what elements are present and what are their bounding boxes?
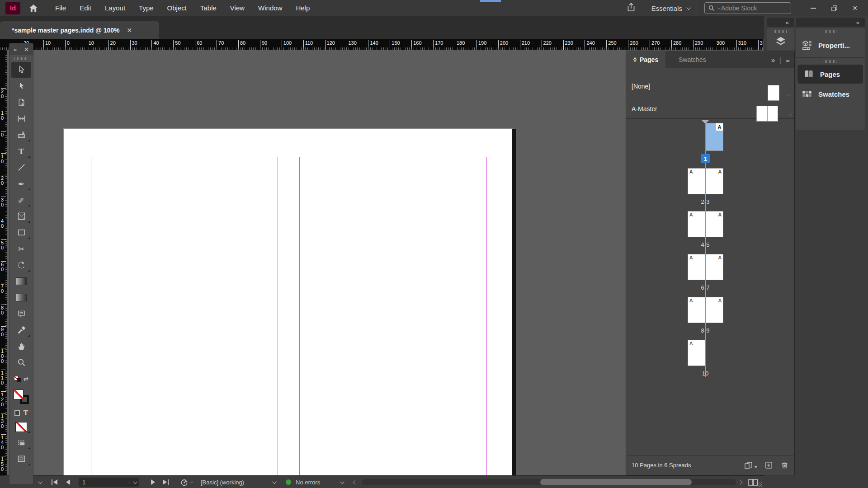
menu-table[interactable]: Table	[193, 0, 223, 16]
pencil-tool[interactable]: ✏	[11, 192, 31, 208]
collapse-dock-button[interactable]: «	[767, 18, 794, 27]
dock-item-pages[interactable]: Pages	[797, 65, 863, 84]
close-button[interactable]: ✕	[844, 0, 865, 16]
collapse-dock-button[interactable]: «	[796, 18, 865, 27]
document-tab[interactable]: *sample master pages.indd @ 100% ✕	[0, 21, 159, 39]
page-thumbnail[interactable]: A	[706, 169, 723, 194]
page-number-field[interactable]: 1	[79, 478, 139, 487]
search-input[interactable]	[721, 5, 780, 12]
screen-mode-button[interactable]	[11, 451, 31, 467]
status-collapse-icon[interactable]	[38, 476, 41, 488]
close-tab-icon[interactable]: ✕	[127, 27, 132, 34]
tab-pages[interactable]: ◊ Pages	[626, 51, 665, 68]
apply-color-dots-button[interactable]	[11, 435, 31, 450]
type-tool[interactable]: T	[11, 143, 31, 159]
dock-item-swatches[interactable]: Swatches	[796, 84, 865, 104]
share-icon[interactable]	[626, 2, 637, 14]
restore-button[interactable]	[824, 0, 844, 16]
pen-tool[interactable]: ✒	[11, 176, 31, 192]
frame-tool[interactable]	[11, 208, 31, 224]
home-icon[interactable]	[27, 2, 40, 14]
page-thumbnail[interactable]: A	[688, 340, 705, 366]
page-thumbnail[interactable]: A	[706, 254, 723, 280]
page-thumbnail[interactable]: A	[706, 297, 723, 323]
first-page-button[interactable]	[52, 476, 57, 488]
menu-view[interactable]: View	[223, 0, 251, 16]
master-none-thumbnail[interactable]	[768, 85, 779, 100]
layers-icon[interactable]	[767, 35, 794, 47]
scroll-right-arrow[interactable]	[739, 476, 742, 488]
direct-selection-tool[interactable]	[11, 78, 31, 94]
zoom-tool[interactable]	[11, 355, 31, 371]
page-tool[interactable]	[11, 94, 31, 110]
formatting-affects-toggle[interactable]: T	[11, 407, 31, 419]
master-a[interactable]: A-Master	[632, 105, 657, 113]
preflight-status-chevron-icon[interactable]	[340, 476, 343, 488]
adobe-stock-search[interactable]	[704, 2, 791, 14]
spread-1[interactable]: A1	[626, 123, 794, 165]
scroll-left-arrow[interactable]	[354, 476, 357, 488]
rectangle-tool[interactable]	[11, 225, 31, 240]
expand-panel-icon[interactable]: »	[771, 56, 775, 64]
spread-6-7[interactable]: AA6-7	[626, 254, 794, 296]
last-page-button[interactable]	[163, 476, 169, 488]
spread-2-3[interactable]: AA2-3	[626, 169, 794, 210]
tab-swatches[interactable]: Swatches	[671, 51, 713, 68]
fill-stroke-proxy[interactable]	[11, 387, 31, 406]
resize-grip[interactable]	[758, 482, 762, 487]
next-page-button[interactable]	[151, 476, 155, 488]
apply-none-button[interactable]	[11, 420, 31, 434]
panel-grip[interactable]	[774, 30, 788, 33]
new-page-button[interactable]	[764, 461, 773, 469]
page-thumbnail[interactable]: A	[688, 211, 705, 237]
minimize-button[interactable]	[803, 0, 824, 16]
vertical-ruler[interactable]: 2010010203040506070809010011012013014015…	[0, 50, 7, 475]
page-thumbnail[interactable]: A	[706, 123, 723, 150]
page-thumbnail[interactable]: A	[688, 254, 705, 280]
free-transform-tool[interactable]	[11, 257, 31, 273]
content-collector-tool[interactable]	[11, 127, 31, 143]
panel-grip[interactable]	[824, 60, 837, 63]
spread-view-icon[interactable]	[748, 476, 759, 488]
page-thumbnail[interactable]: A	[688, 297, 705, 323]
scroll-down-hint-icon[interactable]	[788, 110, 791, 118]
horizontal-ruler[interactable]: 2010010203040506070809010011012013014015…	[0, 39, 763, 50]
eyedropper-tool[interactable]	[11, 322, 31, 338]
menu-window[interactable]: Window	[251, 0, 289, 16]
gradient-feather-tool[interactable]	[11, 290, 31, 305]
selection-tool[interactable]	[11, 62, 31, 78]
gap-tool[interactable]	[11, 111, 31, 127]
menu-file[interactable]: File	[48, 0, 73, 16]
spread-8-9[interactable]: AA8-9	[626, 297, 794, 339]
delete-page-button[interactable]	[780, 461, 789, 469]
panel-grip[interactable]	[14, 57, 28, 60]
page-thumbnail[interactable]: A	[688, 169, 705, 194]
scroll-up-hint-icon[interactable]	[788, 90, 791, 98]
menu-type[interactable]: Type	[132, 0, 160, 16]
menu-object[interactable]: Object	[160, 0, 193, 16]
preflight-status[interactable]: No errors	[296, 476, 320, 488]
gradient-swatch-tool[interactable]	[11, 273, 31, 289]
swap-fill-stroke-button[interactable]: ⇄	[11, 371, 31, 387]
spread-4-5[interactable]: AA4-5	[626, 211, 794, 253]
panel-grip[interactable]	[824, 30, 837, 33]
master-none[interactable]: [None]	[632, 83, 650, 90]
page-thumbnail[interactable]: A	[706, 211, 723, 237]
preflight-icon[interactable]	[180, 476, 192, 488]
hand-tool[interactable]	[11, 338, 31, 354]
page-1-spread[interactable]	[64, 129, 512, 475]
dock-item-properties[interactable]: Properti...	[796, 35, 865, 56]
scrollbar-thumb[interactable]	[540, 479, 692, 485]
preflight-profile[interactable]: [Basic] (working)	[201, 476, 244, 488]
horizontal-scrollbar[interactable]	[362, 479, 736, 485]
spread-10[interactable]: A10	[626, 340, 794, 382]
menu-edit[interactable]: Edit	[73, 0, 98, 16]
preflight-profile-chevron-icon[interactable]	[272, 476, 275, 488]
workspace-switcher[interactable]: Essentials	[651, 5, 689, 12]
edit-page-size-button[interactable]	[744, 461, 757, 470]
previous-page-button[interactable]	[66, 476, 70, 488]
panel-menu-icon[interactable]: ≡	[786, 56, 790, 64]
scissors-tool[interactable]: ✂	[11, 241, 31, 257]
menu-layout[interactable]: Layout	[98, 0, 132, 16]
menu-help[interactable]: Help	[289, 0, 316, 16]
